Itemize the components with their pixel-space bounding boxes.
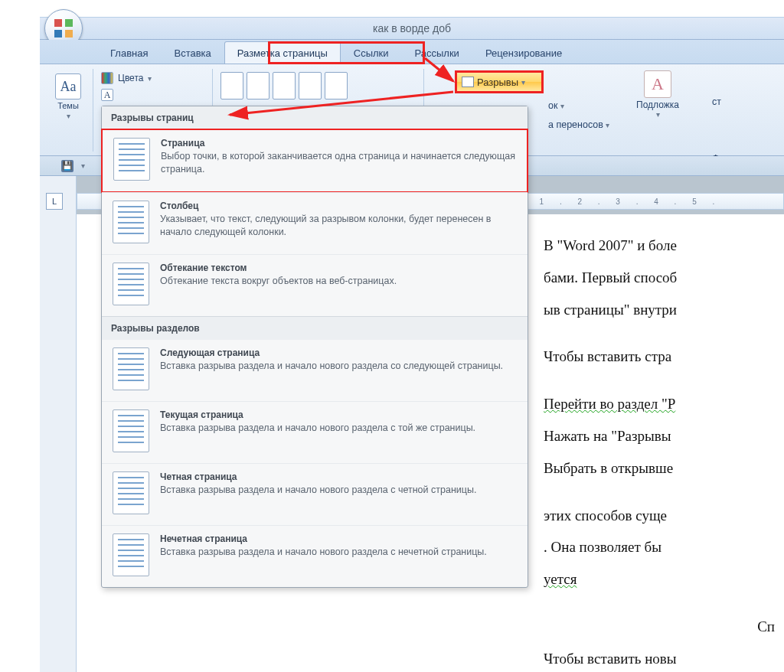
menu-item-continuous[interactable]: Текущая страница Вставка разрыва раздела… <box>102 401 528 463</box>
qat-dropdown[interactable]: ▾ <box>81 161 85 170</box>
chevron-down-icon: ▾ <box>521 78 525 86</box>
office-logo-icon <box>52 17 75 40</box>
breaks-dropdown-button[interactable]: Разрывы ▾ <box>455 70 544 93</box>
tab-home[interactable]: Главная <box>97 41 161 64</box>
svg-rect-1 <box>65 19 73 27</box>
svg-rect-0 <box>54 19 62 27</box>
themes-button[interactable]: Aa Темы ▾ <box>49 72 87 120</box>
vertical-ruler-strip <box>40 176 77 672</box>
line-numbers-stub[interactable]: ок ▾ <box>548 96 609 116</box>
watermark-button[interactable]: A Подложка ▾ <box>623 70 692 119</box>
doc-line: Сп <box>544 611 784 643</box>
tab-page-layout[interactable]: Разметка страницы <box>224 41 341 64</box>
doc-line: В "Word 2007" и боле <box>544 230 784 262</box>
ribbon-tabs: Главная Вставка Разметка страницы Ссылки… <box>40 40 784 64</box>
watermark-icon: A <box>644 70 671 98</box>
chevron-down-icon: ▾ <box>67 112 70 120</box>
menu-item-title: Нечетная страница <box>160 533 517 544</box>
menu-item-title: Четная страница <box>160 471 517 482</box>
menu-item-title: Текущая страница <box>160 409 517 420</box>
ribbon-right-stubs: ок ▾ а переносов ▾ <box>548 96 609 135</box>
colors-icon <box>101 72 113 84</box>
save-icon[interactable]: 💾 <box>61 160 74 172</box>
margins-button[interactable] <box>220 72 243 99</box>
columns-button[interactable] <box>299 72 322 99</box>
menu-item-title: Обтекание текстом <box>160 263 517 273</box>
menu-item-desc: Вставка разрыва раздела и начало нового … <box>160 546 517 559</box>
breaks-menu: Разрывы страниц Страница Выбор точки, в … <box>101 106 528 588</box>
odd-page-icon <box>113 533 149 576</box>
menu-item-even-page[interactable]: Четная страница Вставка разрыва раздела … <box>102 463 528 525</box>
menu-item-next-page[interactable]: Следующая страница Вставка разрыва разде… <box>102 340 528 401</box>
menu-item-odd-page[interactable]: Нечетная страница Вставка разрыва раздел… <box>102 525 528 587</box>
doc-line: Чтобы вставить новы <box>544 643 784 672</box>
doc-line: уется <box>544 563 784 595</box>
menu-item-desc: Выбор точки, в которой заканчивается одн… <box>161 150 516 176</box>
tab-insert[interactable]: Вставка <box>161 41 224 64</box>
menu-item-desc: Обтекание текста вокруг объектов на веб-… <box>160 275 517 288</box>
orientation-button[interactable] <box>247 72 270 99</box>
page-break-icon <box>113 138 150 181</box>
doc-line: ыв страницы" внутри <box>544 294 784 326</box>
menu-item-desc: Указывает, что текст, следующий за разры… <box>160 213 517 239</box>
doc-line: Чтобы вставить стра <box>544 341 784 373</box>
svg-rect-2 <box>54 30 62 38</box>
watermark-label: Подложка <box>623 99 692 110</box>
menu-item-desc: Вставка разрыва раздела и начало нового … <box>160 422 517 435</box>
hyphenation-stub[interactable]: а переносов ▾ <box>548 116 609 135</box>
doc-line: Выбрать в открывше <box>544 452 784 484</box>
chevron-down-icon: ▾ <box>623 110 692 119</box>
continuous-icon <box>113 409 149 452</box>
menu-item-title: Страница <box>161 138 516 148</box>
menu-item-text-wrap[interactable]: Обтекание текстом Обтекание текста вокру… <box>102 254 528 316</box>
menu-item-title: Столбец <box>160 201 517 211</box>
themes-icon: Aa <box>55 73 81 99</box>
other-button[interactable] <box>325 72 348 99</box>
breaks-label: Разрывы <box>477 77 518 88</box>
colors-dropdown[interactable]: Цвета ▾ <box>101 72 206 84</box>
even-page-icon <box>113 471 149 514</box>
menu-item-title: Следующая страница <box>160 347 517 358</box>
size-button[interactable] <box>273 72 296 99</box>
menu-item-desc: Вставка разрыва раздела и начало нового … <box>160 360 517 373</box>
menu-item-desc: Вставка разрыва раздела и начало нового … <box>160 484 517 497</box>
menu-section-section-breaks: Разрывы разделов <box>102 316 528 340</box>
doc-line: бами. Первый способ <box>544 262 784 294</box>
page-setup-icons <box>220 72 417 99</box>
themes-label: Темы <box>57 101 79 110</box>
column-break-icon <box>113 201 149 243</box>
tab-mailings[interactable]: Рассылки <box>402 41 472 64</box>
doc-line: Нажать на "Разрывы <box>544 420 784 452</box>
fonts-icon: A <box>101 89 113 101</box>
menu-item-page-break[interactable]: Страница Выбор точки, в которой заканчив… <box>101 129 528 193</box>
tab-review[interactable]: Рецензирование <box>472 41 575 64</box>
chevron-down-icon: ▾ <box>148 74 152 83</box>
menu-section-page-breaks: Разрывы страниц <box>102 106 528 129</box>
tab-selector[interactable]: L <box>46 193 63 210</box>
window-title: как в ворде доб <box>373 22 451 34</box>
fonts-dropdown[interactable]: A <box>101 89 206 101</box>
title-bar: как в ворде доб <box>40 17 784 40</box>
doc-line: . Она позволяет бы <box>544 531 784 563</box>
doc-line: этих способов суще <box>544 500 784 532</box>
next-page-icon <box>113 347 149 390</box>
breaks-icon <box>462 77 474 87</box>
colors-label: Цвета <box>118 73 143 83</box>
svg-rect-3 <box>65 30 73 38</box>
text-wrap-icon <box>113 263 149 305</box>
menu-item-column-break[interactable]: Столбец Указывает, что текст, следующий … <box>102 192 528 254</box>
tab-references[interactable]: Ссылки <box>341 41 402 64</box>
doc-line: Перейти во раздел "Р <box>544 388 784 420</box>
